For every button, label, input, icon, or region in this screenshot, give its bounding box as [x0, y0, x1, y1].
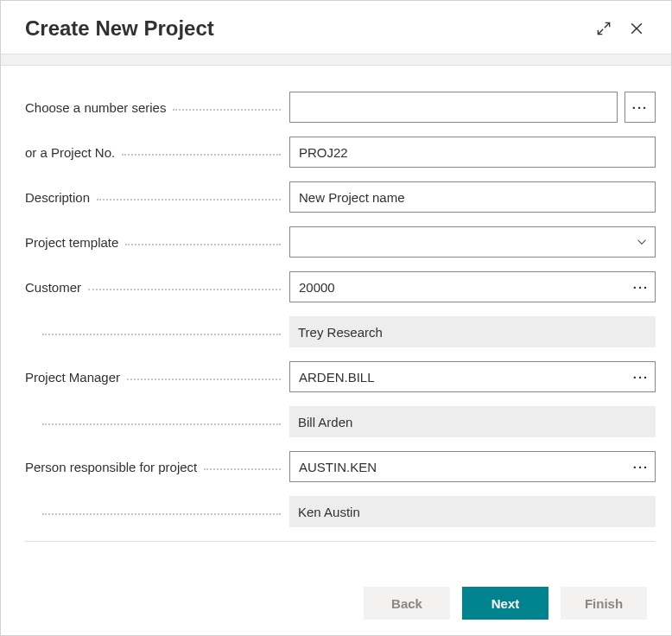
row-manager-display: Bill Arden — [25, 406, 656, 437]
row-customer-display: Trey Research — [25, 316, 656, 347]
wizard-footer: Back Next Finish — [1, 573, 671, 635]
manager-name-display: Bill Arden — [289, 406, 656, 437]
responsible-input[interactable] — [290, 452, 627, 481]
customer-lookup-button[interactable]: ··· — [627, 272, 655, 302]
dotted-leader — [127, 378, 281, 380]
ellipsis-icon: ··· — [633, 280, 650, 295]
label-template: Project template — [25, 235, 281, 250]
ellipsis-icon: ··· — [632, 100, 649, 115]
dotted-leader — [125, 244, 281, 245]
row-description: Description — [25, 181, 656, 213]
label-responsible-display — [25, 508, 281, 515]
customer-input[interactable] — [290, 272, 627, 302]
manager-input-wrap: ··· — [289, 361, 656, 392]
customer-name-display: Trey Research — [289, 316, 656, 347]
label-customer: Customer — [25, 280, 281, 295]
dotted-leader — [42, 334, 281, 335]
row-customer: Customer ··· — [25, 271, 656, 302]
row-responsible: Person responsible for project ··· — [25, 451, 656, 482]
row-template: Project template — [25, 226, 656, 258]
responsible-input-wrap: ··· — [289, 451, 656, 482]
row-manager: Project Manager ··· — [25, 361, 656, 392]
label-responsible: Person responsible for project — [25, 460, 281, 474]
expand-icon[interactable] — [593, 18, 614, 39]
next-button[interactable]: Next — [462, 587, 548, 620]
chevron-down-icon — [634, 234, 650, 250]
create-project-dialog: Create New Project Choo — [0, 0, 672, 636]
dotted-leader — [42, 423, 281, 425]
close-icon[interactable] — [626, 18, 647, 39]
project-no-input[interactable] — [289, 137, 656, 168]
form-scroll-area[interactable]: Choose a number series ··· or a Project … — [1, 66, 671, 573]
dotted-leader — [204, 468, 281, 470]
dotted-leader — [88, 289, 281, 290]
label-customer-display — [25, 328, 281, 335]
number-series-lookup-button[interactable]: ··· — [624, 92, 656, 123]
dotted-leader — [42, 513, 281, 515]
label-project-no: or a Project No. — [25, 145, 281, 160]
label-description: Description — [25, 190, 281, 205]
form-bottom-divider — [25, 541, 656, 542]
description-input[interactable] — [289, 181, 656, 213]
template-dropdown[interactable] — [289, 226, 656, 258]
label-manager: Project Manager — [25, 370, 281, 385]
number-series-input[interactable] — [289, 92, 618, 123]
responsible-name-display: Ken Austin — [289, 496, 656, 527]
dotted-leader — [122, 154, 281, 156]
dialog-title: Create New Project — [25, 16, 593, 41]
ellipsis-icon: ··· — [633, 460, 650, 474]
dotted-leader — [97, 199, 281, 200]
back-button[interactable]: Back — [364, 587, 450, 620]
dialog-header: Create New Project — [1, 1, 671, 54]
customer-input-wrap: ··· — [289, 271, 656, 302]
finish-button[interactable]: Finish — [561, 587, 647, 620]
row-responsible-display: Ken Austin — [25, 496, 656, 527]
row-number-series: Choose a number series ··· — [25, 92, 656, 123]
ellipsis-icon: ··· — [633, 370, 650, 385]
manager-lookup-button[interactable]: ··· — [627, 362, 655, 391]
label-number-series: Choose a number series — [25, 100, 281, 115]
responsible-lookup-button[interactable]: ··· — [627, 452, 655, 481]
label-manager-display — [25, 418, 281, 425]
row-project-no: or a Project No. — [25, 137, 656, 168]
header-icon-group — [593, 18, 647, 39]
dotted-leader — [173, 109, 281, 111]
section-divider-band — [1, 54, 671, 66]
manager-input[interactable] — [290, 362, 627, 391]
